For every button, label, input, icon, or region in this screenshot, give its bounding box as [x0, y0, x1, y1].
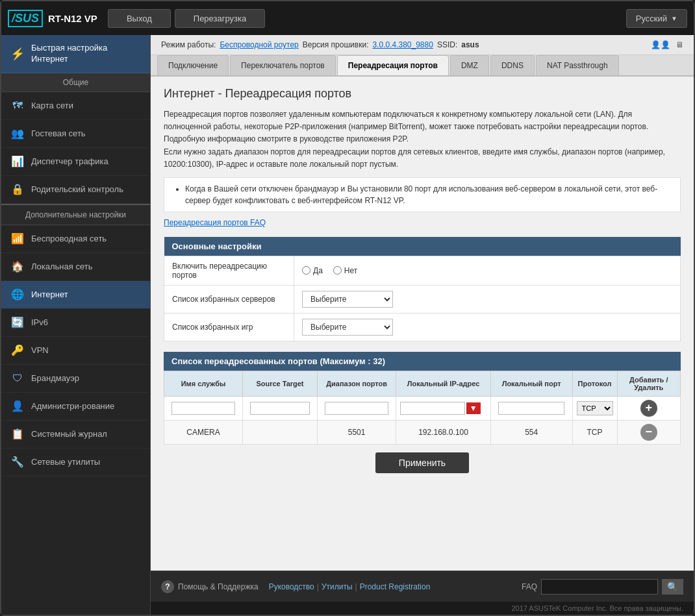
tab-port-forward[interactable]: Переадресация портов	[337, 55, 449, 75]
sidebar-item-network-map[interactable]: 🗺 Карта сети	[1, 92, 150, 120]
sidebar-item-label: Диспетчер трафика	[31, 156, 108, 166]
firewall-icon: 🛡	[10, 371, 25, 386]
protocol-select[interactable]: TCP UDP BOTH	[577, 401, 613, 415]
delete-port-button[interactable]: −	[640, 424, 657, 441]
top-bar: /SUS RT-N12 VP Выход Перезагрузка Русски…	[1, 1, 694, 35]
vpn-icon: 🔑	[10, 343, 25, 358]
page-content: Интернет - Переадресация портов Переадре…	[151, 77, 694, 571]
sidebar-item-firewall[interactable]: 🛡 Брандмауэр	[1, 365, 150, 393]
ports-table-header-row: Имя службы Source Target Диапазон портов…	[164, 371, 681, 396]
sidebar-item-guest-network[interactable]: 👥 Гостевая сеть	[1, 120, 150, 148]
tab-nat-passthrough[interactable]: NAT Passthrough	[536, 55, 619, 75]
sidebar-item-label: Системный журнал	[31, 429, 107, 439]
local-port-input[interactable]	[498, 402, 564, 415]
help-section: ? Помощь & Поддержка	[161, 580, 259, 593]
sidebar-item-internet[interactable]: 🌐 Интернет	[1, 281, 150, 309]
sidebar-item-syslog[interactable]: 📋 Системный журнал	[1, 421, 150, 449]
sidebar-item-wireless[interactable]: 📶 Беспроводная сеть	[1, 225, 150, 253]
language-selector[interactable]: Русский ▼	[626, 9, 687, 28]
utilities-link[interactable]: Утилиты	[322, 582, 353, 591]
game-list-select[interactable]: Выберите	[302, 319, 393, 336]
col-service: Имя службы	[164, 371, 243, 396]
info-bar: Режим работы: Беспроводной роутер Версия…	[151, 35, 694, 55]
page-description: Переадресация портов позволяет удаленным…	[164, 108, 681, 171]
sidebar-item-parental-control[interactable]: 🔒 Родительский контроль	[1, 176, 150, 204]
local-ip-input-cell: ▼	[396, 396, 491, 420]
sidebar-item-vpn[interactable]: 🔑 VPN	[1, 337, 150, 365]
bottom-bar: ? Помощь & Поддержка Руководство | Утили…	[151, 571, 694, 602]
col-add-del: Добавить / Удалить	[617, 371, 681, 396]
server-list-row: Список избранных серверов Выберите	[164, 285, 681, 313]
ip-cell: ▼	[400, 402, 486, 415]
apply-button[interactable]: Применить	[375, 452, 469, 473]
protocol-cell: TCP	[572, 420, 617, 444]
sidebar-item-quick-setup[interactable]: ⚡ Быстрая настройка Интернет	[1, 35, 150, 73]
help-icon: ?	[161, 580, 174, 593]
add-port-button[interactable]: +	[640, 400, 657, 417]
firmware-value[interactable]: 3.0.0.4.380_9880	[372, 40, 433, 49]
model-name: RT-N12 VP	[48, 13, 97, 24]
sidebar-item-label: Локальная сеть	[31, 262, 92, 271]
page-title: Интернет - Переадресация портов	[164, 87, 681, 101]
local-ip-input[interactable]	[400, 402, 464, 415]
sidebar-item-label: VPN	[31, 345, 49, 355]
internet-icon: 🌐	[10, 288, 25, 302]
local-ip-cell: 192.168.0.100	[396, 420, 491, 444]
enable-label: Включить переадресацию портов	[164, 256, 294, 285]
sidebar: ⚡ Быстрая настройка Интернет Общие 🗺 Кар…	[1, 35, 151, 615]
enable-port-forward-row: Включить переадресацию портов Да Нет	[164, 256, 681, 285]
col-local-port: Локальный порт	[490, 371, 572, 396]
user-icon: 👤👤	[651, 40, 670, 49]
service-input[interactable]	[171, 402, 234, 415]
game-list-row: Список избранных игр Выберите	[164, 313, 681, 341]
port-range-input[interactable]	[325, 402, 388, 415]
radio-yes[interactable]	[302, 266, 310, 275]
tab-dmz[interactable]: DMZ	[450, 55, 489, 75]
info-bar-right: 👤👤 🖥	[651, 40, 683, 49]
sidebar-item-ipv6[interactable]: 🔄 IPv6	[1, 309, 150, 337]
parental-control-icon: 🔒	[10, 182, 25, 197]
lightning-icon: ⚡	[10, 47, 25, 61]
sidebar-item-label: Администри-рование	[31, 401, 114, 411]
ip-dropdown-button[interactable]: ▼	[466, 402, 481, 414]
radio-yes-label[interactable]: Да	[302, 266, 323, 275]
bullet-note: Когда в Вашей сети отключен брандмауэр и…	[164, 177, 681, 212]
sidebar-item-lan[interactable]: 🏠 Локальная сеть	[1, 253, 150, 281]
search-button[interactable]: 🔍	[662, 579, 683, 595]
faq-input[interactable]	[541, 579, 658, 595]
sidebar-item-label: Беспроводная сеть	[31, 234, 107, 243]
sidebar-item-admin[interactable]: 👤 Администри-рование	[1, 393, 150, 421]
product-registration-link[interactable]: Product Registration	[360, 582, 431, 591]
syslog-icon: 📋	[10, 427, 25, 441]
source-target-cell	[242, 420, 317, 444]
manual-link[interactable]: Руководство	[269, 582, 314, 591]
lan-icon: 🏠	[10, 260, 25, 274]
sidebar-additional-header: Дополнительные настройки	[1, 204, 150, 225]
basic-settings-table: Основные настройки Включить переадресаци…	[164, 237, 681, 341]
logout-button[interactable]: Выход	[108, 9, 171, 28]
tabs-bar: Подключение Переключатель портов Переадр…	[151, 55, 694, 77]
radio-no-label[interactable]: Нет	[333, 266, 357, 275]
help-label: Помощь & Поддержка	[178, 582, 259, 591]
source-target-input[interactable]	[250, 402, 310, 415]
tab-port-switch[interactable]: Переключатель портов	[230, 55, 336, 75]
radio-no[interactable]	[333, 266, 342, 275]
faq-link[interactable]: Переадресация портов FAQ	[164, 218, 266, 227]
game-list-label: Список избранных игр	[164, 313, 294, 341]
mode-value[interactable]: Беспроводной роутер	[220, 40, 298, 49]
reboot-button[interactable]: Перезагрузка	[175, 9, 265, 28]
traffic-manager-icon: 📊	[10, 154, 25, 169]
service-input-cell	[164, 396, 243, 420]
tab-connection[interactable]: Подключение	[157, 55, 229, 75]
sidebar-item-label: Брандмауэр	[31, 373, 79, 383]
sidebar-item-label: Родительский контроль	[31, 184, 123, 194]
col-local-ip: Локальный IP-адрес	[396, 371, 491, 396]
tab-ddns[interactable]: DDNS	[490, 55, 535, 75]
local-port-cell: 554	[490, 420, 572, 444]
sidebar-item-network-tools[interactable]: 🔧 Сетевые утилиты	[1, 449, 150, 476]
ports-section: Список переадресованных портов (Максимум…	[164, 352, 681, 445]
table-row-input: ▼ TCP UDP BOTH	[164, 396, 681, 420]
server-list-select[interactable]: Выберите	[302, 291, 393, 308]
game-list-cell: Выберите	[294, 313, 681, 341]
sidebar-item-traffic-manager[interactable]: 📊 Диспетчер трафика	[1, 148, 150, 176]
